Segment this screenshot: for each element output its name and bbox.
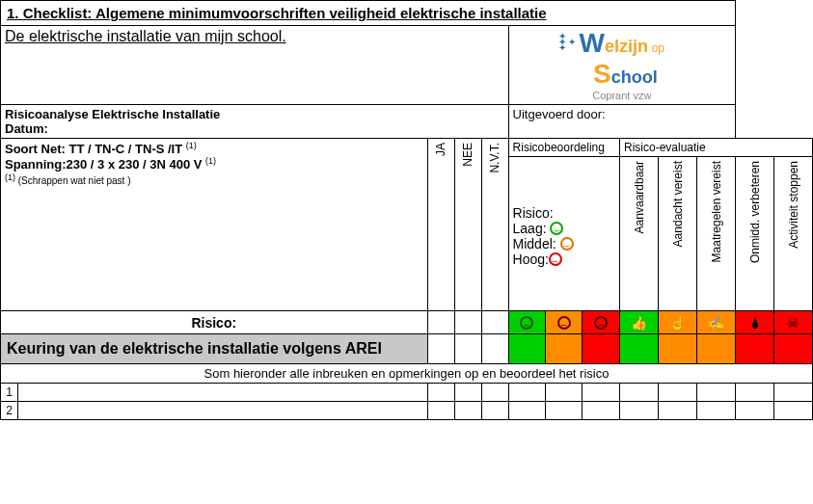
- row-1-nvt[interactable]: [481, 384, 508, 402]
- row-1-e5[interactable]: [774, 384, 813, 402]
- net-info: Soort Net: TT / TN-C / TN-S /IT (1) Span…: [1, 139, 428, 311]
- frown-icon: ⌢: [549, 252, 562, 266]
- row-2-a2[interactable]: [546, 402, 583, 420]
- col-eval-1: Aanvaardbaar: [620, 157, 659, 311]
- date-label: Datum:: [5, 121, 48, 136]
- sec-nee[interactable]: [454, 334, 481, 364]
- group-assess: Risicobeoordeling: [508, 139, 619, 157]
- group-eval: Risico-evaluatie: [620, 139, 813, 157]
- assess-green: ⌣: [508, 311, 545, 334]
- net-line2-value: 230 / 3 x 230 / 3N 400 V: [67, 158, 203, 172]
- row-1-a3[interactable]: [583, 384, 620, 402]
- row-1-nee[interactable]: [454, 384, 481, 402]
- logo-elzijn: elzijn: [605, 37, 648, 56]
- risk-legend: Risico: Laag: ⌣ Middel: – Hoog:⌢: [508, 157, 619, 311]
- sec-e2[interactable]: [659, 334, 697, 364]
- row-2-e1[interactable]: [620, 402, 659, 420]
- col-nee: NEE: [454, 139, 481, 311]
- eval-3: ✍: [697, 311, 736, 334]
- subtitle: De elektrische installatie van mijn scho…: [1, 26, 509, 105]
- logo-s: S: [593, 59, 611, 89]
- section-heading: Keuring van de elektrische installatie v…: [1, 334, 428, 364]
- col-eval-2: Aandacht vereist: [659, 157, 697, 311]
- neutral-icon: –: [560, 237, 574, 251]
- net-ref2: (1): [205, 156, 216, 166]
- row-2-ja[interactable]: [427, 402, 454, 420]
- assess-orange: –: [546, 311, 583, 334]
- col-eval-4: Onmidd. verbeteren: [736, 157, 774, 311]
- row-2-num: 2: [1, 402, 18, 420]
- col-ja: JA: [427, 139, 454, 311]
- eval-2: ☝: [659, 311, 697, 334]
- row-2-e3[interactable]: [697, 402, 736, 420]
- logo: ✦✦ ✦✦ Welzijn op School Coprant vzw: [508, 26, 735, 105]
- by-label: Uitgevoerd door:: [513, 107, 606, 121]
- meta-left: Risicoanalyse Elektrische Installatie Da…: [1, 105, 509, 139]
- net-ref1: (1): [186, 141, 197, 150]
- logo-op: op: [652, 41, 664, 55]
- col-nvt: N.V.T.: [481, 139, 508, 311]
- sec-e4[interactable]: [736, 334, 774, 364]
- col-eval-3: Maatregelen vereist: [697, 157, 736, 311]
- col-eval-5: Activiteit stoppen: [774, 157, 813, 311]
- sec-e5[interactable]: [774, 334, 813, 364]
- checklist-title: 1. Checklist: Algemene minimumvoorschrif…: [1, 1, 736, 26]
- row-2-text[interactable]: [18, 402, 428, 420]
- blank-nee: [454, 311, 481, 334]
- eval-4: 🌢: [736, 311, 774, 334]
- row-1-ja[interactable]: [427, 384, 454, 402]
- risk-mid: Middel:: [513, 236, 556, 252]
- row-1-num: 1: [1, 384, 18, 402]
- row-1-a1[interactable]: [508, 384, 545, 402]
- analysis-label: Risicoanalyse Elektrische Installatie: [5, 107, 220, 121]
- row-1-e1[interactable]: [620, 384, 659, 402]
- net-note: (Schrappen wat niet past ): [18, 175, 131, 186]
- row-1-e2[interactable]: [659, 384, 697, 402]
- row-1-text[interactable]: [18, 384, 428, 402]
- sec-a2[interactable]: [546, 334, 583, 364]
- meta-right: Uitgevoerd door:: [508, 105, 735, 139]
- sec-a1[interactable]: [508, 334, 545, 364]
- row-2-a3[interactable]: [583, 402, 620, 420]
- net-line2-label: Spanning:: [5, 158, 67, 172]
- smile-icon: ⌣: [550, 222, 563, 235]
- row-2-e2[interactable]: [659, 402, 697, 420]
- row-2-nvt[interactable]: [481, 402, 508, 420]
- risk-high: Hoog:: [513, 252, 549, 267]
- logo-chool: chool: [611, 67, 658, 87]
- net-ref3: (1): [5, 172, 15, 182]
- sec-a3[interactable]: [583, 334, 620, 364]
- row-2-e5[interactable]: [774, 402, 813, 420]
- row-2-a1[interactable]: [508, 402, 545, 420]
- row-2-e4[interactable]: [736, 402, 774, 420]
- row-2-nee[interactable]: [454, 402, 481, 420]
- logo-sub: Coprant vzw: [580, 90, 664, 101]
- blank-ja: [427, 311, 454, 334]
- sec-e3[interactable]: [697, 334, 736, 364]
- logo-w: W: [580, 28, 605, 58]
- risk-row-label: Risico:: [1, 311, 428, 334]
- sec-ja[interactable]: [427, 334, 454, 364]
- sec-nvt[interactable]: [481, 334, 508, 364]
- row-1-a2[interactable]: [546, 384, 583, 402]
- sec-e1[interactable]: [620, 334, 659, 364]
- row-1-e3[interactable]: [697, 384, 736, 402]
- risk-title: Risico:: [513, 205, 554, 221]
- instruction: Som hieronder alle inbreuken en opmerkin…: [1, 364, 813, 384]
- net-line1-label: Soort Net:: [5, 142, 68, 156]
- blank-nvt: [481, 311, 508, 334]
- eval-1: 👍: [620, 311, 659, 334]
- assess-red: ⌢: [583, 311, 620, 334]
- net-line1-value: TT / TN-C / TN-S /IT: [68, 142, 182, 156]
- risk-low: Laag:: [513, 221, 547, 236]
- eval-5: ☠: [774, 311, 813, 334]
- row-1-e4[interactable]: [736, 384, 774, 402]
